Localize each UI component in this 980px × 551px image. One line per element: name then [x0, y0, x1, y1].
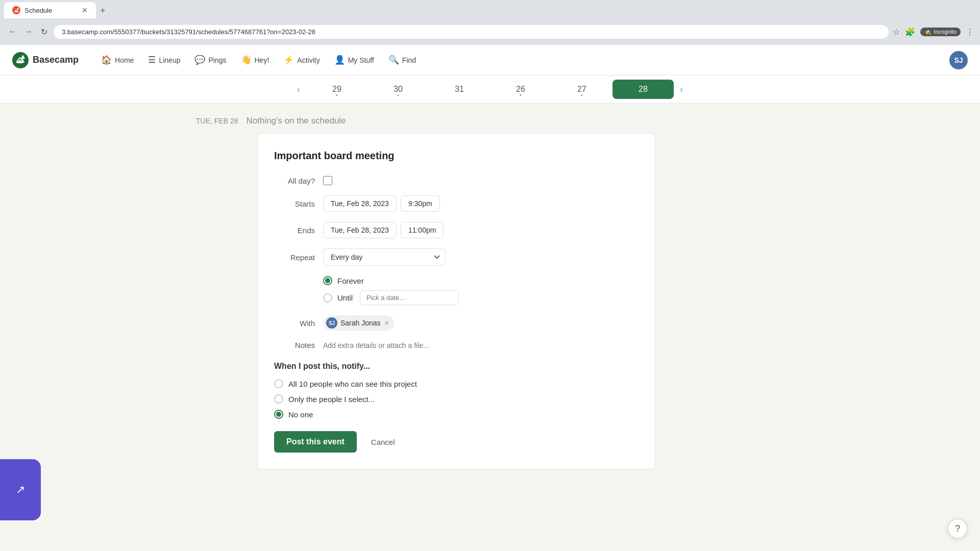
- event-form-card: Important board meeting All day? Starts …: [257, 133, 655, 469]
- starts-fields: Tue, Feb 28, 2023 9:30pm: [323, 195, 639, 212]
- allday-checkbox[interactable]: [323, 176, 332, 185]
- calendar-day-29[interactable]: 29: [306, 80, 368, 99]
- purple-widget[interactable]: ↗: [0, 459, 41, 482]
- repeat-row: Repeat Every day Does not repeat Every w…: [274, 248, 639, 266]
- cancel-button[interactable]: Cancel: [363, 431, 403, 453]
- new-tab-button[interactable]: +: [96, 4, 110, 18]
- repeat-options: Forever Until: [323, 276, 639, 305]
- calendar-day-26[interactable]: 26: [490, 80, 551, 99]
- ends-label: Ends: [274, 226, 315, 235]
- browser-chrome: ← → ↻ ☆ 🧩 🕵 Incognito ⋮: [0, 18, 980, 45]
- person-name: Sarah Jonas: [340, 319, 381, 327]
- repeat-until-option: Until: [323, 290, 639, 305]
- notify-title: When I post this, notify...: [274, 362, 639, 371]
- event-title: Important board meeting: [274, 150, 639, 162]
- calendar-prev-button[interactable]: ‹: [291, 82, 306, 97]
- notify-option-noone: No one: [274, 410, 639, 419]
- date-label: TUE, FEB 28: [196, 117, 238, 125]
- calendar-day-27[interactable]: 27: [551, 80, 612, 99]
- empty-schedule-message: Nothing's on the schedule: [246, 116, 346, 126]
- notify-section: When I post this, notify... All 10 peopl…: [274, 362, 639, 419]
- nav-link-home[interactable]: 🏠 Home: [95, 51, 140, 69]
- user-avatar[interactable]: SJ: [949, 51, 968, 69]
- nav-link-find-label: Find: [402, 56, 416, 64]
- find-icon: 🔍: [388, 55, 399, 65]
- ends-fields: Tue, Feb 28, 2023 11:00pm: [323, 222, 639, 238]
- forward-button[interactable]: →: [22, 25, 35, 38]
- action-buttons: Post this event Cancel: [274, 431, 639, 453]
- tab-title: Schedule: [24, 7, 52, 14]
- calendar-day-30[interactable]: 30: [368, 80, 429, 99]
- bookmark-icon[interactable]: ☆: [893, 27, 900, 37]
- notify-all-label: All 10 people who can see this project: [288, 380, 417, 388]
- repeat-forever-option: Forever: [323, 276, 639, 285]
- notify-option-select: Only the people I select...: [274, 394, 639, 404]
- home-icon: 🏠: [101, 55, 112, 65]
- nav-link-pings[interactable]: 💬 Pings: [188, 51, 232, 69]
- nav-link-hey[interactable]: 👋 Hey!: [235, 51, 276, 69]
- back-button[interactable]: ←: [6, 25, 18, 38]
- ends-time-input[interactable]: 11:00pm: [401, 222, 444, 238]
- nav-link-activity-label: Activity: [297, 56, 320, 64]
- nav-link-mystuff[interactable]: 👤 My Stuff: [328, 51, 380, 69]
- notes-label: Notes: [274, 341, 315, 349]
- repeat-select[interactable]: Every day Does not repeat Every week Eve…: [323, 248, 446, 266]
- person-remove-button[interactable]: ×: [385, 319, 389, 327]
- with-row: With SJ Sarah Jonas ×: [274, 315, 639, 331]
- browser-tab[interactable]: 🏕 Schedule ✕: [4, 2, 96, 18]
- nav-link-home-label: Home: [115, 56, 134, 64]
- calendar-day-28[interactable]: 28: [612, 80, 674, 99]
- tab-favicon: 🏕: [12, 6, 20, 14]
- notify-all-radio[interactable]: [274, 379, 283, 388]
- notify-noone-radio[interactable]: [274, 410, 283, 419]
- with-label: With: [274, 319, 315, 328]
- with-fields: SJ Sarah Jonas ×: [323, 315, 639, 331]
- nav-logo[interactable]: 🏕 Basecamp: [12, 52, 79, 68]
- browser-controls: ← → ↻: [6, 25, 50, 39]
- until-radio[interactable]: [323, 293, 332, 303]
- calendar-next-button[interactable]: ›: [674, 82, 689, 97]
- nav-link-hey-label: Hey!: [255, 56, 270, 64]
- logo-text: Basecamp: [33, 55, 79, 65]
- calendar-header: ‹ 29 30 31 26 27 28 ›: [0, 76, 980, 104]
- hey-icon: 👋: [241, 55, 252, 65]
- nav-link-lineup[interactable]: ☰ Lineup: [142, 51, 186, 69]
- notify-noone-label: No one: [288, 410, 313, 419]
- nav-link-pings-label: Pings: [208, 56, 226, 64]
- nav-links: 🏠 Home ☰ Lineup 💬 Pings 👋 Hey! ⚡ Activit…: [95, 51, 422, 69]
- incognito-icon: 🕵: [924, 29, 932, 35]
- incognito-label: Incognito: [934, 29, 957, 35]
- ends-date-input[interactable]: Tue, Feb 28, 2023: [323, 222, 397, 238]
- starts-time-input[interactable]: 9:30pm: [401, 195, 440, 212]
- address-bar[interactable]: [54, 25, 889, 39]
- nav-link-find[interactable]: 🔍 Find: [382, 51, 422, 69]
- refresh-button[interactable]: ↻: [39, 25, 50, 39]
- allday-row: All day?: [274, 176, 639, 185]
- notes-row: Notes: [274, 341, 639, 349]
- lineup-icon: ☰: [148, 55, 156, 65]
- menu-icon[interactable]: ⋮: [966, 27, 974, 37]
- extension-icon[interactable]: 🧩: [905, 27, 915, 37]
- nav-right: SJ: [949, 51, 968, 69]
- starts-date-input[interactable]: Tue, Feb 28, 2023: [323, 195, 397, 212]
- calendar-days: 29 30 31 26 27 28: [306, 80, 674, 99]
- calendar-day-31[interactable]: 31: [429, 80, 490, 99]
- person-avatar: SJ: [326, 317, 337, 329]
- forever-radio[interactable]: [323, 276, 332, 285]
- notes-input[interactable]: [323, 341, 639, 349]
- nav-link-activity[interactable]: ⚡ Activity: [277, 51, 326, 69]
- post-event-button[interactable]: Post this event: [274, 431, 357, 453]
- nav-link-lineup-label: Lineup: [159, 56, 180, 64]
- nav-link-mystuff-label: My Stuff: [348, 56, 374, 64]
- tab-close-button[interactable]: ✕: [82, 6, 88, 14]
- until-date-input[interactable]: [360, 290, 459, 305]
- notify-select-radio[interactable]: [274, 394, 283, 404]
- logo-icon: 🏕: [12, 52, 29, 68]
- main-content: TUE, FEB 28 Nothing's on the schedule Im…: [184, 104, 796, 482]
- forever-label: Forever: [337, 277, 364, 285]
- mystuff-icon: 👤: [334, 55, 345, 65]
- starts-row: Starts Tue, Feb 28, 2023 9:30pm: [274, 195, 639, 212]
- person-tag: SJ Sarah Jonas ×: [323, 315, 394, 331]
- repeat-label: Repeat: [274, 253, 315, 262]
- navbar: 🏕 Basecamp 🏠 Home ☰ Lineup 💬 Pings 👋 Hey…: [0, 45, 980, 76]
